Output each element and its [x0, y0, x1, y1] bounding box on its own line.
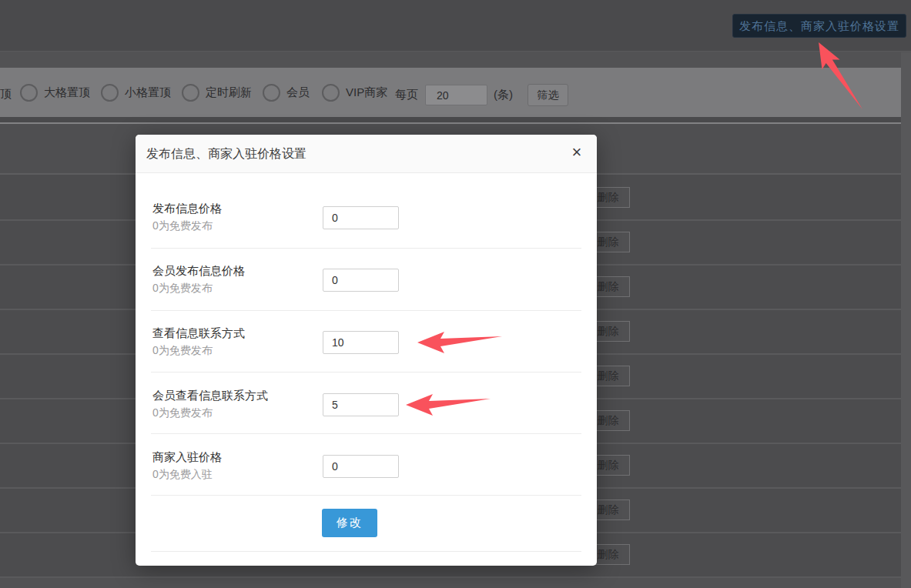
field-hint: 0为免费入驻: [152, 468, 213, 482]
price-input[interactable]: [323, 455, 399, 478]
filter-button[interactable]: 筛选: [528, 84, 568, 106]
radio-option-4[interactable]: 会员: [263, 68, 310, 117]
price-input[interactable]: [323, 393, 399, 416]
radio-option-label: 定时刷新: [206, 85, 252, 100]
modal-row-divider: [151, 310, 581, 311]
price-input[interactable]: [323, 331, 399, 354]
truncated-filter-option-label: 顶: [0, 87, 12, 102]
per-page-input[interactable]: [425, 85, 487, 105]
field-hint: 0为免费发布: [152, 406, 213, 420]
field-hint: 0为免费发布: [152, 282, 213, 296]
open-price-settings-button[interactable]: 发布信息、商家入驻价格设置: [732, 14, 906, 38]
modal-row-divider: [151, 372, 581, 373]
field-label: 发布信息价格: [152, 202, 222, 216]
price-input[interactable]: [323, 269, 399, 292]
radio-circle-icon[interactable]: [263, 84, 280, 102]
price-settings-modal: 发布信息、商家入驻价格设置 × 发布信息价格0为免费发布会员发布信息价格0为免费…: [136, 135, 597, 566]
radio-circle-icon[interactable]: [322, 84, 340, 102]
radio-circle-icon[interactable]: [101, 84, 119, 102]
price-input[interactable]: [323, 206, 399, 229]
radio-option-2[interactable]: 小格置顶: [101, 68, 171, 117]
field-label: 商家入驻价格: [152, 450, 222, 465]
per-page-label: 每页: [395, 88, 418, 102]
radio-option-1[interactable]: 大格置顶: [20, 68, 90, 117]
scrollbar-track[interactable]: [901, 52, 911, 588]
modal-row-divider: [151, 433, 581, 434]
field-hint: 0为免费发布: [152, 344, 213, 358]
page-footer-band: [0, 578, 911, 588]
radio-circle-icon[interactable]: [20, 84, 38, 102]
modal-title: 发布信息、商家入驻价格设置: [146, 135, 306, 173]
radio-circle-icon[interactable]: [182, 84, 199, 102]
radio-option-label: VIP商家: [346, 85, 387, 100]
modal-bottom-divider: [151, 551, 581, 552]
field-hint: 0为免费发布: [152, 219, 213, 233]
page-gap-band: [0, 52, 911, 68]
field-label: 会员发布信息价格: [152, 264, 245, 279]
per-page-unit-label: (条): [494, 88, 513, 102]
modal-row-divider: [151, 248, 581, 249]
modal-row-divider: [151, 495, 581, 496]
field-label: 查看信息联系方式: [152, 326, 245, 341]
radio-option-label: 会员: [286, 85, 310, 100]
app-root: 发布信息、商家入驻价格设置 顶 大格置顶小格置顶定时刷新会员VIP商家 每页 (…: [0, 0, 911, 588]
close-icon[interactable]: ×: [567, 143, 587, 163]
radio-option-5[interactable]: VIP商家: [322, 68, 387, 117]
radio-option-label: 小格置顶: [125, 85, 171, 100]
field-label: 会员查看信息联系方式: [152, 389, 268, 403]
radio-option-3[interactable]: 定时刷新: [182, 68, 252, 117]
radio-option-label: 大格置顶: [44, 85, 90, 100]
modify-button[interactable]: 修改: [322, 509, 377, 537]
modal-header: 发布信息、商家入驻价格设置 ×: [136, 135, 597, 173]
